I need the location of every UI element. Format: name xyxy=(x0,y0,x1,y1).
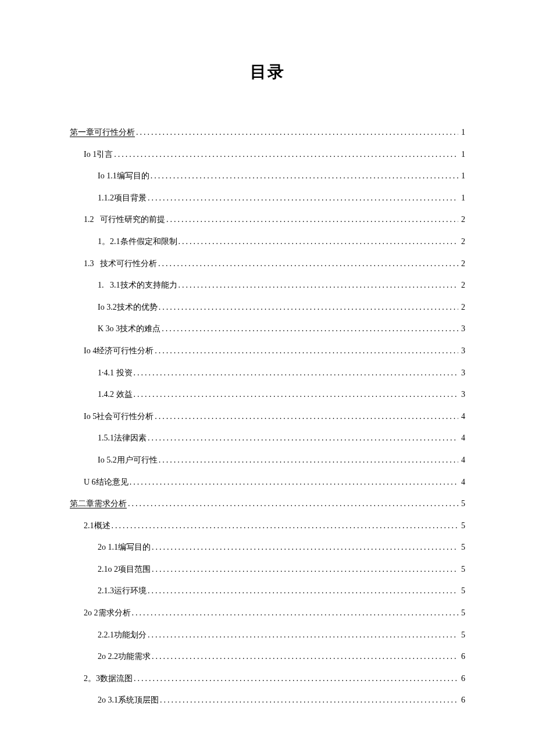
toc-entry: 第二章需求分析5 xyxy=(70,498,465,510)
toc-entry: 2.1.3运行环境5 xyxy=(70,585,465,597)
toc-label[interactable]: 2.1o 2项目范围 xyxy=(98,564,151,575)
toc-label[interactable]: 1.1.2项目背景 xyxy=(98,192,147,204)
toc-label[interactable]: Io 5社会可行性分析 xyxy=(84,411,154,422)
toc-leader-dots xyxy=(129,476,458,488)
toc-leader-dots xyxy=(135,127,458,138)
toc-leader-dots xyxy=(133,389,459,400)
toc-page-number: 6 xyxy=(458,694,465,706)
toc-label[interactable]: Io 1引言 xyxy=(84,149,113,160)
toc-page-number: 2 xyxy=(458,280,465,291)
toc-entry: 1. 3.1技术的支持能力2 xyxy=(70,280,465,291)
toc-entry: 1·4.1 投资3 xyxy=(70,367,465,379)
toc-page-number: 4 xyxy=(458,432,465,444)
toc-label[interactable]: K 3o 3技术的难点 xyxy=(98,323,160,335)
toc-label[interactable]: 2.2.1功能划分 xyxy=(98,629,147,641)
toc-page-number: 5 xyxy=(458,564,465,575)
toc-leader-dots xyxy=(113,149,458,160)
toc-leader-dots xyxy=(133,367,459,379)
toc-entry: 2o 1.1编写目的5 xyxy=(70,542,465,553)
table-of-contents: 第一章可行性分析1Io 1引言1Io 1.1编写目的11.1.2项目背景11.2… xyxy=(70,127,465,706)
toc-leader-dots xyxy=(159,694,458,706)
toc-label[interactable]: 2.1概述 xyxy=(84,520,110,532)
toc-label[interactable]: U 6结论意见 xyxy=(84,476,129,488)
toc-label[interactable]: 第一章可行性分析 xyxy=(70,127,135,138)
toc-leader-dots xyxy=(131,607,459,619)
toc-label[interactable]: 2o 2.2功能需求 xyxy=(98,651,151,662)
toc-page-number: 1 xyxy=(458,192,465,204)
toc-entry: 2o 2.2功能需求6 xyxy=(70,651,465,662)
toc-entry: 1.4.2 效益3 xyxy=(70,389,465,400)
toc-label[interactable]: 1. 3.1技术的支持能力 xyxy=(98,280,177,291)
toc-leader-dots xyxy=(147,585,458,597)
toc-label[interactable]: 1.2 可行性研究的前提 xyxy=(84,214,165,225)
toc-label[interactable]: 2o 2需求分析 xyxy=(84,607,131,619)
toc-page-number: 6 xyxy=(458,673,465,685)
toc-entry: 1.3 技术可行性分析2 xyxy=(70,258,465,270)
toc-entry: 2.1概述5 xyxy=(70,520,465,532)
toc-leader-dots xyxy=(110,520,459,532)
toc-label[interactable]: Io 3.2技术的优势 xyxy=(98,302,158,313)
toc-leader-dots xyxy=(158,454,458,466)
toc-entry: U 6结论意见4 xyxy=(70,476,465,488)
toc-page-number: 5 xyxy=(458,542,465,553)
toc-label[interactable]: 2。3数据流图 xyxy=(84,673,133,685)
toc-label[interactable]: 第二章需求分析 xyxy=(70,498,127,510)
toc-entry: Io 3.2技术的优势2 xyxy=(70,302,465,313)
toc-entry: 2o 3.1系统顶层图6 xyxy=(70,694,465,706)
toc-leader-dots xyxy=(151,542,458,553)
toc-entry: 2o 2需求分析5 xyxy=(70,607,465,619)
toc-leader-dots xyxy=(147,432,458,444)
toc-leader-dots xyxy=(149,170,458,182)
toc-page-number: 4 xyxy=(458,411,465,422)
toc-leader-dots xyxy=(127,498,458,510)
toc-entry: 2。3数据流图6 xyxy=(70,673,465,685)
toc-entry: Io 1.1编写目的1 xyxy=(70,170,465,182)
toc-label[interactable]: 1·4.1 投资 xyxy=(98,367,133,379)
toc-page-number: 3 xyxy=(458,345,465,357)
toc-page-number: 3 xyxy=(458,323,465,335)
toc-page-number: 2 xyxy=(458,236,465,248)
toc-page-number: 2 xyxy=(458,214,465,225)
toc-label[interactable]: 2.1.3运行环境 xyxy=(98,585,147,597)
toc-page-number: 2 xyxy=(458,302,465,313)
toc-label[interactable]: 2o 3.1系统顶层图 xyxy=(98,694,159,706)
toc-entry: 1.1.2项目背景1 xyxy=(70,192,465,204)
toc-page-number: 5 xyxy=(458,629,465,641)
toc-label[interactable]: 1.4.2 效益 xyxy=(98,389,133,400)
toc-page-number: 4 xyxy=(458,454,465,466)
toc-leader-dots xyxy=(133,673,458,685)
toc-page-number: 5 xyxy=(458,520,465,532)
toc-page-number: 1 xyxy=(458,127,465,138)
toc-entry: 1。2.1条件假定和限制2 xyxy=(70,236,465,248)
toc-page-number: 6 xyxy=(458,651,465,662)
toc-label[interactable]: 1。2.1条件假定和限制 xyxy=(98,236,177,248)
toc-label[interactable]: Io 4经济可行性分析 xyxy=(84,345,154,357)
toc-entry: Io 5社会可行性分析4 xyxy=(70,411,465,422)
toc-page-number: 5 xyxy=(458,585,465,597)
toc-leader-dots xyxy=(147,629,458,641)
toc-label[interactable]: Io 5.2用户可行性 xyxy=(98,454,158,466)
toc-page-number: 1 xyxy=(458,149,465,160)
toc-page-number: 1 xyxy=(458,170,465,182)
toc-leader-dots xyxy=(151,651,458,662)
toc-page-number: 5 xyxy=(458,498,465,510)
toc-label[interactable]: 1.5.1法律因素 xyxy=(98,432,147,444)
toc-leader-dots xyxy=(160,323,458,335)
toc-leader-dots xyxy=(177,236,459,248)
toc-entry: Io 1引言1 xyxy=(70,149,465,160)
toc-label[interactable]: Io 1.1编写目的 xyxy=(98,170,149,182)
toc-page-number: 5 xyxy=(458,607,465,619)
toc-label[interactable]: 2o 1.1编写目的 xyxy=(98,542,151,553)
toc-leader-dots xyxy=(177,280,459,291)
toc-entry: Io 5.2用户可行性4 xyxy=(70,454,465,466)
toc-leader-dots xyxy=(147,192,458,204)
toc-page-number: 2 xyxy=(458,258,465,270)
toc-leader-dots xyxy=(154,345,458,357)
toc-leader-dots xyxy=(154,411,458,422)
toc-entry: Io 4经济可行性分析3 xyxy=(70,345,465,357)
toc-page-number: 3 xyxy=(458,389,465,400)
toc-label[interactable]: 1.3 技术可行性分析 xyxy=(84,258,157,270)
toc-page-number: 3 xyxy=(458,367,465,379)
toc-entry: 2.2.1功能划分5 xyxy=(70,629,465,641)
toc-leader-dots xyxy=(151,564,458,575)
